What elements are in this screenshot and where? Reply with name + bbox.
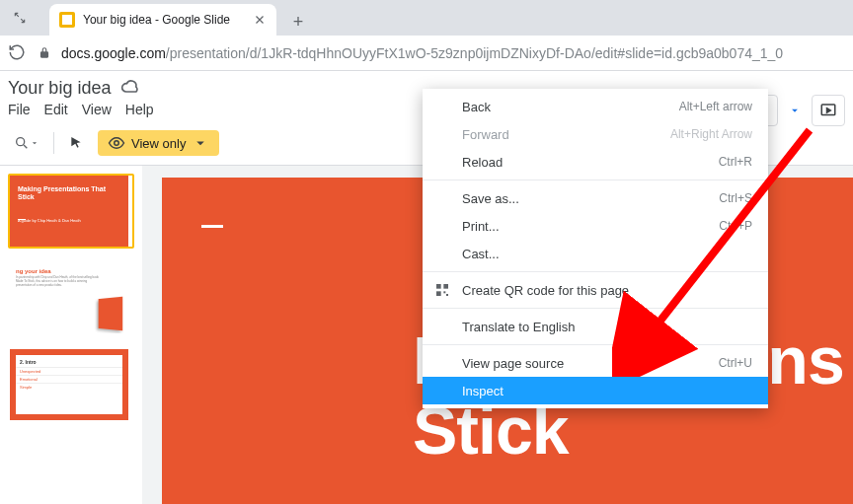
- zoom-tool[interactable]: [8, 129, 45, 157]
- view-only-label: View only: [131, 136, 186, 151]
- context-menu-item-save-as[interactable]: Save as...Ctrl+S: [423, 184, 768, 212]
- svg-rect-5: [436, 291, 441, 296]
- slide-thumb-1[interactable]: Making Presentations That Stick A guide …: [8, 174, 134, 249]
- context-menu-label: Save as...: [462, 191, 719, 206]
- present-button[interactable]: [812, 95, 845, 126]
- context-menu-shortcut: Alt+Right Arrow: [670, 127, 752, 141]
- tab-title: Your big idea - Google Slide: [83, 13, 245, 27]
- context-menu-item-cast[interactable]: Cast...: [423, 240, 768, 267]
- context-menu-separator: [423, 271, 768, 272]
- thumb1-divider: [18, 219, 26, 220]
- context-menu-item-forward: ForwardAlt+Right Arrow: [423, 120, 768, 148]
- context-menu-label: Translate to English: [462, 320, 752, 334]
- svg-rect-6: [443, 291, 445, 293]
- menu-file[interactable]: File: [8, 102, 31, 117]
- thumb3-row: Simple: [16, 383, 122, 391]
- context-menu-shortcut: Alt+Left arrow: [679, 100, 752, 113]
- context-menu-shortcut: Ctrl+S: [719, 191, 752, 205]
- reload-icon[interactable]: [8, 43, 28, 63]
- qr-code-icon: [434, 282, 450, 298]
- svg-rect-4: [443, 284, 448, 289]
- url-display[interactable]: docs.google.com/presentation/d/1JkR-tdqH…: [61, 45, 783, 61]
- cloud-saved-icon[interactable]: [120, 77, 140, 100]
- context-menu-item-view-page-source[interactable]: View page sourceCtrl+U: [423, 349, 768, 377]
- context-menu-label: Reload: [462, 155, 719, 170]
- svg-rect-7: [446, 294, 448, 296]
- select-tool[interactable]: [62, 129, 90, 157]
- context-menu-separator: [423, 308, 768, 309]
- svg-rect-3: [436, 284, 441, 289]
- fullscreen-icon[interactable]: [0, 0, 39, 36]
- share-dropdown[interactable]: [788, 95, 802, 126]
- context-menu-separator: [423, 180, 768, 180]
- context-menu-shortcut: Ctrl+U: [719, 356, 752, 370]
- context-menu-shortcut: Ctrl+R: [719, 155, 752, 169]
- context-menu-label: Create QR code for this page: [462, 283, 752, 298]
- thumb2-text: In partnership with Chip and Dan Heath, …: [10, 276, 128, 288]
- context-menu-item-inspect[interactable]: Inspect: [423, 377, 768, 404]
- context-menu-label: Forward: [462, 127, 670, 142]
- url-path: /presentation/d/1JkR-tdqHhnOUyyFtX1wO-5z…: [166, 45, 783, 61]
- slide-thumb-2[interactable]: ng your idea In partnership with Chip an…: [8, 260, 134, 335]
- slide-thumb-3[interactable]: 2. Intro Unexpected Emotional Simple: [8, 347, 134, 422]
- context-menu-item-translate-to-english[interactable]: Translate to English: [423, 313, 768, 340]
- context-menu: BackAlt+Left arrowForwardAlt+Right Arrow…: [423, 89, 768, 408]
- slide-divider: [201, 225, 223, 228]
- thumb3-row: Unexpected: [16, 367, 122, 375]
- toolbar-separator: [53, 132, 54, 154]
- thumb2-book-image: [99, 297, 123, 331]
- context-menu-label: Cast...: [462, 247, 752, 261]
- slides-favicon-icon: [59, 12, 75, 28]
- context-menu-separator: [423, 344, 768, 345]
- browser-tab-strip: Your big idea - Google Slide +: [0, 0, 853, 36]
- context-menu-shortcut: Ctrl+P: [719, 219, 752, 233]
- context-menu-label: Inspect: [462, 384, 752, 398]
- menu-view[interactable]: View: [82, 102, 112, 117]
- url-host: docs.google.com: [61, 45, 166, 61]
- view-only-badge[interactable]: View only: [98, 130, 219, 156]
- context-menu-label: Back: [462, 100, 679, 114]
- menu-help[interactable]: Help: [125, 102, 154, 117]
- thumb1-subtitle: A guide by Chip Heath & Dan Heath: [10, 204, 128, 223]
- context-menu-label: View page source: [462, 356, 719, 371]
- context-menu-label: Print...: [462, 219, 719, 234]
- thumb3-title: 2. Intro: [16, 355, 122, 367]
- context-menu-item-create-qr-code-for-this-page[interactable]: Create QR code for this page: [423, 276, 768, 304]
- svg-point-1: [17, 138, 25, 146]
- close-tab-icon[interactable]: [253, 13, 267, 27]
- context-menu-item-print[interactable]: Print...Ctrl+P: [423, 212, 768, 240]
- address-bar: docs.google.com/presentation/d/1JkR-tdqH…: [0, 36, 853, 71]
- browser-tab[interactable]: Your big idea - Google Slide: [49, 4, 276, 36]
- svg-point-2: [115, 141, 119, 146]
- thumb3-row: Emotional: [16, 375, 122, 383]
- context-menu-item-reload[interactable]: ReloadCtrl+R: [423, 148, 768, 176]
- thumb1-title: Making Presentations That Stick: [10, 176, 128, 204]
- lock-icon[interactable]: [38, 46, 51, 60]
- menu-edit[interactable]: Edit: [44, 102, 68, 117]
- new-tab-button[interactable]: +: [284, 8, 312, 36]
- thumbnail-panel: Making Presentations That Stick A guide …: [0, 166, 142, 504]
- context-menu-item-back[interactable]: BackAlt+Left arrow: [423, 93, 768, 120]
- thumb2-title: ng your idea: [10, 262, 128, 276]
- document-title[interactable]: Your big idea: [8, 78, 111, 99]
